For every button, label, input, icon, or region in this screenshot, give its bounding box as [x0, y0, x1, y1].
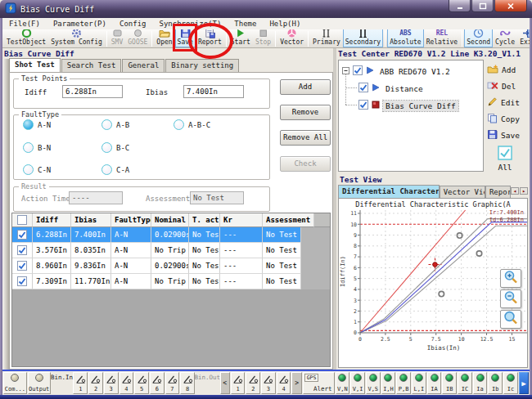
bin-out-channel-3[interactable]: 3 — [261, 372, 276, 394]
row-checkbox[interactable] — [12, 227, 33, 243]
menu-item-synchronize-t[interactable]: Synchronize(T) — [152, 20, 228, 28]
toolbar-button-system-config[interactable]: System Config — [48, 29, 105, 47]
table-row[interactable]: 7.309In11.770InA-NNo TripNo Test---No Te… — [12, 274, 330, 289]
tab-general[interactable]: General — [122, 59, 165, 72]
faulttype-option-a-b[interactable]: A-B — [101, 119, 129, 130]
table-row[interactable]: 6.288In7.400InA-N0.02900sNo Test---No Te… — [12, 227, 330, 243]
radio-label: A-N — [38, 121, 51, 129]
menu-item-config[interactable]: Config — [113, 20, 153, 28]
faulttype-option-c-n[interactable]: C-N — [23, 164, 51, 175]
toolbar-button-relative[interactable]: RELRelative — [424, 29, 461, 47]
copy-tree-button[interactable]: Copy — [487, 110, 530, 127]
left-splitter[interactable] — [2, 59, 9, 370]
tab-vector-view[interactable]: Vector View — [440, 186, 485, 198]
menu-item-parameter-p[interactable]: Parameter(P) — [47, 20, 113, 28]
faulttype-option-a-b-c[interactable]: A-B-C — [174, 119, 210, 130]
faulttype-option-b-n[interactable]: B-N — [23, 142, 51, 153]
faulttype-option-a-n[interactable]: A-N — [23, 119, 51, 130]
tab-repor[interactable]: Repor — [485, 186, 511, 198]
maximize-button[interactable] — [471, 0, 494, 12]
switch-icon — [167, 374, 178, 386]
del-tree-button[interactable]: Del — [487, 78, 530, 94]
table-cell: No Test — [189, 274, 220, 289]
bin-in-channel-8[interactable]: 8 — [180, 372, 195, 394]
remove-all-button[interactable]: Remove All — [280, 130, 331, 146]
menu-item-help-h[interactable]: Help(H) — [263, 20, 307, 28]
toolbar-button-secondary[interactable]: Secondary — [343, 29, 383, 47]
bin-out-channel-1[interactable]: 1 — [231, 372, 246, 394]
channel-number: 3 — [110, 386, 113, 392]
zoom-out-button[interactable] — [500, 289, 521, 308]
select-all-button[interactable]: All — [487, 146, 523, 172]
idiff-input[interactable] — [62, 85, 123, 98]
toolbar-button-exit[interactable]: Exit — [517, 29, 530, 47]
ibias-input[interactable] — [183, 85, 244, 98]
header-select-checkbox[interactable] — [12, 213, 33, 227]
tree-expander-icon[interactable] — [342, 67, 349, 76]
bin-in-channel-6[interactable]: 6 — [150, 372, 165, 394]
table-cell: No Test — [263, 243, 301, 258]
edit-tree-button[interactable]: Edit — [487, 94, 530, 110]
row-checkbox[interactable] — [12, 258, 33, 274]
led-on-icon — [399, 374, 408, 382]
tab-search-test[interactable]: Search Test — [61, 59, 122, 72]
scroll-left-button[interactable]: < — [220, 372, 230, 394]
toolbar-button-vector[interactable]: Vector — [277, 29, 306, 47]
indicator-label: Ib — [492, 386, 498, 392]
tab-scroll-left-icon[interactable]: ◂ — [511, 187, 519, 195]
tab-shot-test[interactable]: Shot Test — [9, 58, 61, 72]
toolbar-button-save[interactable]: Save — [175, 29, 196, 47]
table-row[interactable]: 8.960In9.836InA-N0.02900sNo Test---No Te… — [12, 258, 330, 274]
next-panel-button[interactable]: ▶ — [519, 372, 529, 394]
radio-unselected-icon — [174, 119, 184, 130]
menu-item-theme[interactable]: Theme — [228, 20, 263, 28]
bin-in-channel-4[interactable]: 4 — [119, 372, 134, 394]
tab-scroll-right-icon[interactable]: ▸ — [520, 187, 528, 195]
bin-in-channel-1[interactable]: 1 — [73, 372, 88, 394]
toolbar-button-open[interactable]: Open — [154, 29, 174, 47]
save-tree-button[interactable]: Save — [487, 127, 530, 143]
tree-checkbox-icon[interactable] — [358, 83, 368, 94]
minimize-button[interactable] — [449, 0, 471, 12]
table-cell: --- — [220, 258, 263, 274]
tab-binary-setting[interactable]: Binary setting — [165, 59, 239, 72]
bin-in-channel-3[interactable]: 3 — [104, 372, 119, 394]
bin-in-channel-7[interactable]: 7 — [165, 372, 180, 394]
toolbar-button-cycle[interactable]: Cycle — [493, 29, 517, 47]
toolbar-button-primary[interactable]: Primary — [310, 29, 343, 47]
tree-node-abb-red670-v1-2[interactable]: ABB RED670 V1.2 — [342, 63, 453, 79]
table-cell: 3.576In — [33, 243, 71, 258]
toolbar-button-report[interactable]: Report — [196, 29, 224, 47]
titlebar[interactable]: Bias Curve Diff — [0, 0, 532, 18]
toolbar-button-start[interactable]: Start — [228, 29, 253, 47]
remove-button[interactable]: Remove — [280, 105, 331, 120]
row-checkbox[interactable] — [12, 243, 33, 258]
row-checkbox[interactable] — [12, 274, 33, 289]
add-tree-button[interactable]: Add — [487, 61, 530, 78]
tree-node-bias-curve-diff[interactable]: Bias Curve Diff — [358, 97, 458, 114]
bin-in-channel-2[interactable]: 2 — [88, 372, 103, 394]
bin-out-channel-4[interactable]: 4 — [277, 372, 291, 394]
zoom-in-button[interactable] — [500, 269, 521, 288]
toolbar-button-absolute[interactable]: ABSAbsolute — [387, 29, 424, 47]
open-icon — [159, 29, 170, 38]
toolbar-button-testobject[interactable]: TestObject — [4, 29, 48, 47]
faulttype-option-c-a[interactable]: C-A — [101, 164, 129, 175]
tree-checkbox-icon[interactable] — [353, 65, 363, 77]
bin-in-channel-5[interactable]: 5 — [134, 372, 149, 394]
scroll-right-button[interactable]: > — [291, 372, 301, 394]
zoom-fit-button[interactable] — [500, 310, 521, 329]
close-button[interactable] — [494, 0, 527, 12]
indicator-label: V,I — [353, 386, 363, 392]
table-row[interactable]: 3.576In8.035InA-NNo TripNo Test---No Tes… — [12, 243, 330, 258]
tree-checkbox-icon[interactable] — [358, 100, 368, 111]
svg-text:2.5: 2.5 — [381, 336, 390, 343]
add-button[interactable]: Add — [280, 79, 331, 95]
faulttype-option-b-c[interactable]: B-C — [101, 142, 129, 153]
play-icon — [366, 66, 374, 76]
toolbar-button-second[interactable]: Second — [464, 29, 493, 47]
tab-differential-characteristic[interactable]: Differential Characteristic — [338, 185, 440, 198]
tree-node-distance[interactable]: Distance — [358, 80, 426, 96]
bin-out-channel-2[interactable]: 2 — [246, 372, 260, 394]
menu-item-file-f[interactable]: File(F) — [2, 20, 47, 28]
